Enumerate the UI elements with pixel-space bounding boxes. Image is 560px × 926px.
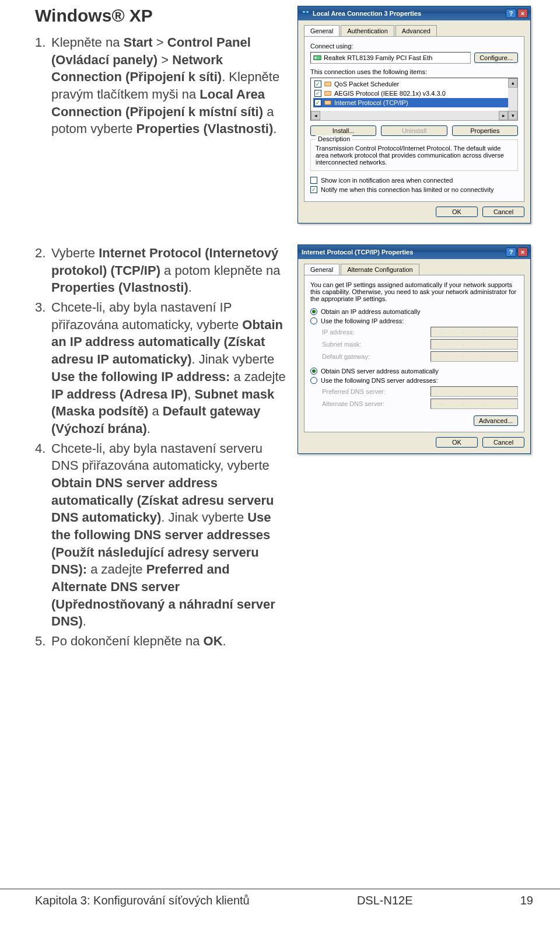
scroll-right-icon[interactable]: ▸ xyxy=(499,111,508,120)
item-checkbox[interactable]: ✓ xyxy=(314,90,321,97)
use-following-dns-radio[interactable] xyxy=(310,377,317,384)
scrollbar-vertical[interactable]: ▴ ▾ xyxy=(508,78,517,120)
svg-rect-4 xyxy=(325,82,331,86)
lan-properties-dialog: Local Area Connection 3 Properties ? × G… xyxy=(298,6,531,223)
show-icon-label: Show icon in notification area when conn… xyxy=(321,177,453,184)
install-button[interactable]: Install... xyxy=(310,125,376,136)
cancel-button[interactable]: Cancel xyxy=(482,207,524,217)
preferred-dns-label: Preferred DNS server: xyxy=(322,388,386,395)
protocol-icon xyxy=(324,80,332,88)
steps-list-1: 1.Klepněte na Start > Control Panel (Ovl… xyxy=(35,34,286,138)
step-text: Chcete-li, aby byla nastavení IP přiřazo… xyxy=(51,299,286,438)
step-item: 3.Chcete-li, aby byla nastavení IP přiřa… xyxy=(35,299,286,438)
use-following-dns-label: Use the following DNS server addresses: xyxy=(321,377,438,384)
ip-address-input: ... xyxy=(430,327,518,337)
tab-general[interactable]: General xyxy=(304,25,340,36)
tab-row: General Authentication Advanced xyxy=(304,25,524,37)
step-number: 2. xyxy=(35,244,51,296)
item-label: QoS Packet Scheduler xyxy=(334,81,399,88)
close-button[interactable]: × xyxy=(517,247,528,257)
step-number: 3. xyxy=(35,299,51,438)
tab-advanced[interactable]: Advanced xyxy=(396,25,437,36)
protocol-icon xyxy=(324,99,332,107)
step-number: 1. xyxy=(35,34,51,138)
adapter-field: Realtek RTL8139 Family PCI Fast Eth xyxy=(310,52,471,64)
description-label: Description xyxy=(316,135,352,142)
step-text: Po dokončení klepněte na OK. xyxy=(51,633,286,650)
footer-model: DSL-N12E xyxy=(357,894,413,907)
step-number: 4. xyxy=(35,440,51,631)
step-item: 2.Vyberte Internet Protocol (Internetový… xyxy=(35,244,286,296)
use-following-ip-radio[interactable] xyxy=(310,317,317,324)
list-item[interactable]: ✓Internet Protocol (TCP/IP) xyxy=(313,98,515,107)
scroll-left-icon[interactable]: ◂ xyxy=(311,111,320,120)
show-icon-checkbox[interactable] xyxy=(310,177,317,184)
ok-button[interactable]: OK xyxy=(436,207,478,217)
step-text: Vyberte Internet Protocol (Internetový p… xyxy=(51,244,286,296)
tab-general[interactable]: General xyxy=(304,264,340,275)
uninstall-button[interactable]: Uninstall xyxy=(381,125,447,136)
obtain-dns-auto-label: Obtain DNS server address automatically xyxy=(321,368,439,375)
preferred-dns-input: ... xyxy=(430,386,518,397)
connect-using-label: Connect using: xyxy=(310,43,518,50)
ip-address-label: IP address: xyxy=(322,329,354,336)
list-item[interactable]: ✓AEGIS Protocol (IEEE 802.1x) v3.4.3.0 xyxy=(313,89,515,98)
item-label: AEGIS Protocol (IEEE 802.1x) v3.4.3.0 xyxy=(334,90,446,97)
help-button[interactable]: ? xyxy=(506,247,516,257)
notify-label: Notify me when this connection has limit… xyxy=(321,186,494,193)
item-label: Internet Protocol (TCP/IP) xyxy=(334,99,408,106)
default-gateway-input: ... xyxy=(430,351,518,362)
page-heading: Windows® XP xyxy=(35,6,286,26)
footer-left: Kapitola 3: Konfigurování síťových klien… xyxy=(35,894,250,907)
tab-altconfig[interactable]: Alternate Configuration xyxy=(341,264,419,275)
svg-rect-1 xyxy=(306,11,309,13)
close-button[interactable]: × xyxy=(517,9,528,18)
intro-text: You can get IP settings assigned automat… xyxy=(310,281,518,302)
scroll-up-icon[interactable]: ▴ xyxy=(508,78,517,88)
tab-auth[interactable]: Authentication xyxy=(341,25,394,36)
svg-rect-6 xyxy=(325,101,331,105)
default-gateway-label: Default gateway: xyxy=(322,353,370,360)
svg-rect-3 xyxy=(315,57,317,59)
page-footer: Kapitola 3: Konfigurování síťových klien… xyxy=(0,889,560,907)
description-group: Description Transmission Control Protoco… xyxy=(310,139,518,171)
step-item: 5.Po dokončení klepněte na OK. xyxy=(35,633,286,650)
scrollbar-horizontal[interactable]: ◂ ▸ xyxy=(311,111,508,120)
step-number: 5. xyxy=(35,633,51,650)
step-text: Chcete-li, aby byla nastavení serveru DN… xyxy=(51,440,286,631)
subnet-mask-label: Subnet mask: xyxy=(322,341,361,348)
footer-page-number: 19 xyxy=(520,894,533,907)
subnet-mask-input: ... xyxy=(430,339,518,350)
adapter-name: Realtek RTL8139 Family PCI Fast Eth xyxy=(324,54,432,61)
svg-rect-5 xyxy=(325,92,331,96)
dialog-titlebar: Internet Protocol (TCP/IP) Properties ? … xyxy=(298,245,530,259)
obtain-ip-auto-label: Obtain an IP address automatically xyxy=(321,308,420,315)
steps-list-2: 2.Vyberte Internet Protocol (Internetový… xyxy=(35,244,286,650)
svg-rect-0 xyxy=(303,11,305,13)
step-item: 1.Klepněte na Start > Control Panel (Ovl… xyxy=(35,34,286,138)
configure-button[interactable]: Configure... xyxy=(474,53,518,63)
advanced-button[interactable]: Advanced... xyxy=(474,415,518,426)
obtain-ip-auto-radio[interactable] xyxy=(310,308,317,315)
ok-button[interactable]: OK xyxy=(436,437,478,448)
scroll-down-icon[interactable]: ▾ xyxy=(508,111,517,120)
item-checkbox[interactable]: ✓ xyxy=(314,81,321,88)
step-text: Klepněte na Start > Control Panel (Ovlád… xyxy=(51,34,286,138)
adapter-icon xyxy=(313,54,321,62)
cancel-button[interactable]: Cancel xyxy=(482,437,524,448)
obtain-dns-auto-radio[interactable] xyxy=(310,368,317,375)
dialog-title: Internet Protocol (TCP/IP) Properties xyxy=(302,249,413,256)
help-button[interactable]: ? xyxy=(506,9,516,18)
dialog-titlebar: Local Area Connection 3 Properties ? × xyxy=(298,6,530,20)
use-following-ip-label: Use the following IP address: xyxy=(321,317,404,324)
items-listbox[interactable]: ✓QoS Packet Scheduler✓AEGIS Protocol (IE… xyxy=(310,78,518,121)
step-item: 4.Chcete-li, aby byla nastavení serveru … xyxy=(35,440,286,631)
dialog-title: Local Area Connection 3 Properties xyxy=(313,10,421,17)
item-checkbox[interactable]: ✓ xyxy=(314,99,321,106)
properties-button[interactable]: Properties xyxy=(452,125,518,136)
protocol-icon xyxy=(324,89,332,97)
notify-checkbox[interactable]: ✓ xyxy=(310,186,317,193)
list-item[interactable]: ✓QoS Packet Scheduler xyxy=(313,79,515,89)
description-text: Transmission Control Protocol/Internet P… xyxy=(316,145,513,166)
tcpip-properties-dialog: Internet Protocol (TCP/IP) Properties ? … xyxy=(298,244,531,454)
